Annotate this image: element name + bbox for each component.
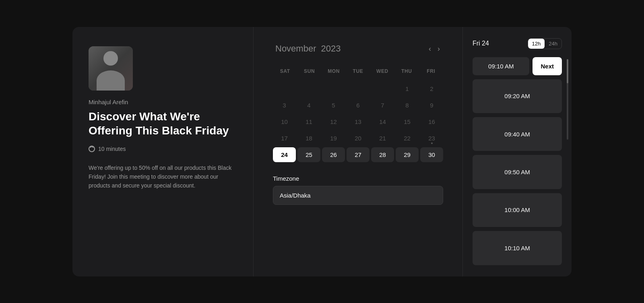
day-header-sun: SUN [297, 66, 321, 76]
day-cell-19: 19 [322, 131, 345, 146]
selected-date-label: Fri 24 [473, 40, 523, 47]
24h-format-button[interactable]: 24h [545, 39, 561, 49]
calendar-panel: November 2023 ‹ › SAT SUN MON TUE WED TH… [254, 27, 463, 276]
day-cell-5: 5 [322, 98, 345, 113]
avatar [89, 46, 133, 91]
day-cell-empty [322, 81, 345, 96]
next-month-button[interactable]: › [434, 43, 443, 55]
day-cell-30[interactable]: 30 [420, 147, 443, 162]
day-cell-28[interactable]: 28 [371, 147, 394, 162]
day-cell-7: 7 [371, 98, 394, 113]
day-cell-empty [371, 81, 394, 96]
day-header-fri: FRI [419, 66, 443, 76]
host-name: Minhajul Arefin [89, 99, 237, 105]
day-cell-3: 3 [273, 98, 296, 113]
day-cell-1: 1 [396, 81, 419, 96]
day-cell-29[interactable]: 29 [396, 147, 419, 162]
day-headers: SAT SUN MON TUE WED THU FRI [273, 66, 443, 76]
day-cell-15: 15 [396, 114, 419, 129]
calendar-month-year: November 2023 [273, 43, 425, 54]
day-cell-26[interactable]: 26 [322, 147, 345, 162]
scroll-thumb [567, 59, 568, 83]
day-header-sat: SAT [273, 66, 297, 76]
day-cell-9: 9 [420, 98, 443, 113]
calendar-header: November 2023 ‹ › [273, 43, 443, 55]
event-info-panel: Minhajul Arefin Discover What We're Offe… [72, 27, 254, 276]
time-header: Fri 24 12h 24h [473, 38, 562, 49]
calendar-grid: SAT SUN MON TUE WED THU FRI 1 2 3 4 [273, 66, 443, 162]
event-description: We're offering up to 50% off on all our … [89, 163, 237, 190]
day-cell-20: 20 [347, 131, 369, 146]
time-slot-1000[interactable]: 10:00 AM [473, 193, 562, 227]
time-slots-panel: Fri 24 12h 24h 09:10 AM Next 09:20 AM 09… [463, 27, 572, 276]
scroll-indicator [567, 59, 568, 140]
day-cell-27[interactable]: 27 [347, 147, 369, 162]
booking-modal: Minhajul Arefin Discover What We're Offe… [72, 27, 572, 276]
day-header-tue: TUE [346, 66, 370, 76]
day-cell-10: 10 [273, 114, 296, 129]
12h-format-button[interactable]: 12h [528, 39, 545, 49]
timezone-section: Timezone Asia/Dhaka America/New_York Eur… [273, 175, 443, 205]
day-cell-empty [297, 81, 320, 96]
time-slots-list: 09:10 AM Next 09:20 AM 09:40 AM 09:50 AM… [473, 57, 562, 265]
days-grid: 1 2 3 4 5 6 7 8 9 10 11 12 13 14 15 16 1… [273, 81, 443, 162]
day-cell-12: 12 [322, 114, 345, 129]
prev-month-button[interactable]: ‹ [425, 43, 434, 55]
duration-label: 10 minutes [98, 146, 126, 152]
day-cell-22: 22 [396, 131, 419, 146]
duration-row: 10 minutes [89, 146, 237, 152]
day-cell-18: 18 [297, 131, 320, 146]
next-button[interactable]: Next [533, 57, 562, 75]
day-cell-empty [273, 81, 296, 96]
day-cell-14: 14 [371, 114, 394, 129]
day-cell-6: 6 [347, 98, 369, 113]
time-slot-row-0: 09:10 AM Next [473, 57, 562, 75]
event-title: Discover What We're Offering This Black … [89, 109, 237, 138]
time-format-toggle: 12h 24h [528, 38, 562, 49]
day-header-thu: THU [394, 66, 419, 76]
time-slot-0910[interactable]: 09:10 AM [473, 57, 529, 75]
clock-icon [89, 146, 95, 152]
timezone-select[interactable]: Asia/Dhaka America/New_York Europe/Londo… [273, 186, 443, 205]
time-slot-0950[interactable]: 09:50 AM [473, 155, 562, 189]
day-cell-25[interactable]: 25 [297, 147, 320, 162]
day-cell-11: 11 [297, 114, 320, 129]
time-slot-0920[interactable]: 09:20 AM [473, 79, 562, 113]
time-slot-1010[interactable]: 10:10 AM [473, 231, 562, 265]
day-cell-23: 23 [420, 131, 443, 146]
day-header-wed: WED [370, 66, 394, 76]
day-cell-16: 16 [420, 114, 443, 129]
day-header-mon: MON [322, 66, 346, 76]
day-cell-empty [347, 81, 369, 96]
day-cell-13: 13 [347, 114, 369, 129]
day-cell-2: 2 [420, 81, 443, 96]
day-cell-24-today[interactable]: 24 [273, 147, 296, 162]
day-cell-17: 17 [273, 131, 296, 146]
time-slot-0940[interactable]: 09:40 AM [473, 117, 562, 151]
day-cell-21: 21 [371, 131, 394, 146]
day-cell-8: 8 [396, 98, 419, 113]
timezone-label: Timezone [273, 175, 443, 182]
day-cell-4: 4 [297, 98, 320, 113]
